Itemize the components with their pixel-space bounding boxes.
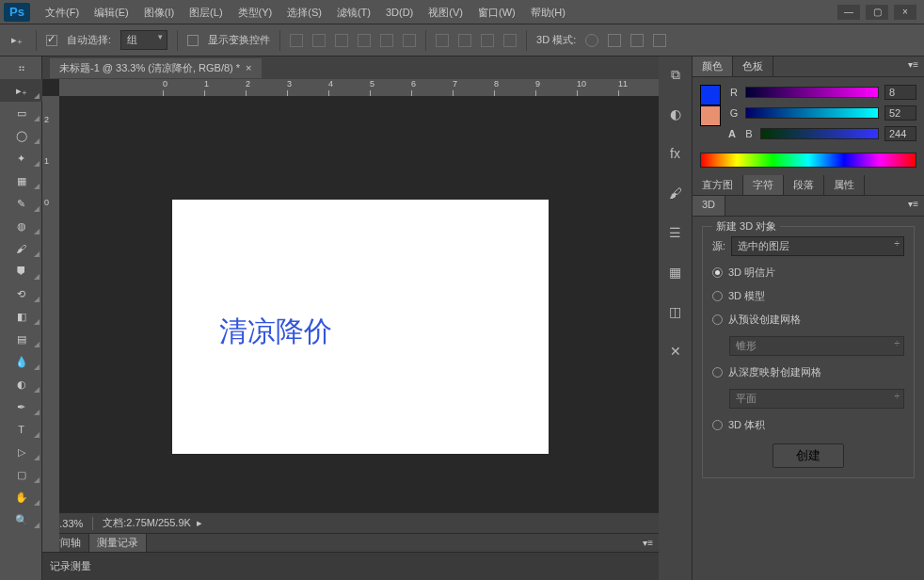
lasso-tool[interactable]: ◯ <box>0 124 42 147</box>
toolbar-handle[interactable]: ⠶ <box>0 56 42 79</box>
menu-help[interactable]: 帮助(H) <box>523 0 573 24</box>
slide-icon[interactable] <box>630 34 644 47</box>
tab-swatches[interactable]: 色板 <box>733 56 773 76</box>
close-icon[interactable]: × <box>246 62 251 73</box>
radio-depth-mesh[interactable] <box>712 367 723 378</box>
depth-dropdown[interactable]: 平面 <box>729 389 904 409</box>
adjustments-icon[interactable]: ◐ <box>665 104 686 124</box>
b-label: B <box>743 128 755 139</box>
chevron-right-icon[interactable]: ▸ <box>197 517 202 529</box>
styles-icon[interactable]: fx <box>665 143 686 164</box>
menu-filter[interactable]: 滤镜(T) <box>329 0 378 24</box>
distribute-icons <box>436 34 517 47</box>
menu-select[interactable]: 选择(S) <box>279 0 329 24</box>
g-value[interactable]: 52 <box>884 105 916 121</box>
dodge-tool[interactable]: ◐ <box>0 373 42 395</box>
align-icon[interactable] <box>335 34 348 47</box>
radio-volume[interactable] <box>712 420 723 430</box>
minimize-button[interactable]: — <box>837 5 860 20</box>
tab-properties[interactable]: 属性 <box>824 175 865 195</box>
blur-tool[interactable]: 💧 <box>0 350 42 373</box>
auto-select-dropdown[interactable]: 组 <box>120 30 167 50</box>
create-button[interactable]: 创建 <box>773 443 844 468</box>
scale-icon[interactable] <box>653 34 666 47</box>
wand-tool[interactable]: ✦ <box>0 147 42 169</box>
align-icon[interactable] <box>403 34 416 47</box>
close-button[interactable]: × <box>894 5 916 20</box>
menu-edit[interactable]: 编辑(E) <box>87 0 136 24</box>
panel-menu-icon[interactable]: ▾≡ <box>902 196 924 216</box>
panel-menu-icon[interactable]: ▾≡ <box>637 535 659 551</box>
menu-layer[interactable]: 图层(L) <box>182 0 230 24</box>
eraser-tool[interactable]: ◧ <box>0 305 42 328</box>
show-transform-checkbox[interactable] <box>187 35 199 46</box>
menu-3d[interactable]: 3D(D) <box>378 0 421 24</box>
path-select-tool[interactable]: ▷ <box>0 441 42 463</box>
radio-preset-mesh[interactable] <box>712 314 723 325</box>
crop-tool[interactable]: ▦ <box>0 169 42 192</box>
align-icon[interactable] <box>358 34 371 47</box>
distribute-icon[interactable] <box>503 34 517 47</box>
brushes-icon[interactable]: 🖌 <box>665 183 686 203</box>
preset-dropdown[interactable]: 锥形 <box>729 336 904 356</box>
align-icon[interactable] <box>380 34 393 47</box>
brush-tool[interactable]: 🖌 <box>0 237 42 260</box>
distribute-icon[interactable] <box>481 34 494 47</box>
align-icon[interactable] <box>312 34 326 47</box>
marquee-tool[interactable]: ▭ <box>0 102 42 124</box>
tab-measurement[interactable]: 测量记录 <box>89 534 147 552</box>
menu-view[interactable]: 视图(V) <box>421 0 470 24</box>
tab-paragraph[interactable]: 段落 <box>784 175 824 195</box>
type-tool[interactable]: T <box>0 418 42 441</box>
gradient-tool[interactable]: ▤ <box>0 328 42 350</box>
window-controls: — ▢ × <box>837 5 924 20</box>
stamp-tool[interactable]: ⛊ <box>0 260 42 282</box>
tab-color[interactable]: 颜色 <box>693 56 733 76</box>
foreground-swatch[interactable] <box>700 85 721 105</box>
spectrum-ramp[interactable] <box>700 153 916 168</box>
background-swatch[interactable] <box>700 105 721 126</box>
eyedropper-tool[interactable]: ✎ <box>0 192 42 215</box>
orbit-icon[interactable] <box>585 34 598 47</box>
pan-icon[interactable] <box>608 34 621 47</box>
distribute-icon[interactable] <box>436 34 449 47</box>
channels-icon[interactable]: ▦ <box>665 262 686 282</box>
canvas[interactable]: 清凉降价 <box>172 200 549 454</box>
paths-icon[interactable]: ◫ <box>665 301 686 322</box>
b-slider[interactable] <box>760 128 879 139</box>
radio-model[interactable] <box>712 291 723 301</box>
source-dropdown[interactable]: 选中的图层 <box>731 236 904 256</box>
panel-menu-icon[interactable]: ▾≡ <box>902 56 924 76</box>
b-value[interactable]: 244 <box>884 126 916 141</box>
shape-tool[interactable]: ▢ <box>0 463 42 486</box>
history-brush-tool[interactable]: ⟲ <box>0 282 42 305</box>
r-slider[interactable] <box>745 87 879 98</box>
canvas-text-layer[interactable]: 清凉降价 <box>219 313 332 351</box>
menu-window[interactable]: 窗口(W) <box>470 0 523 24</box>
history-icon[interactable]: ⧉ <box>665 64 686 85</box>
g-slider[interactable] <box>745 107 879 119</box>
pen-tool[interactable]: ✒ <box>0 395 42 418</box>
tab-character[interactable]: 字符 <box>743 175 784 195</box>
canvas-viewport[interactable]: 清凉降价 <box>59 96 659 512</box>
maximize-button[interactable]: ▢ <box>866 5 888 20</box>
move-tool[interactable]: ▸₊ <box>0 79 42 102</box>
align-icon[interactable] <box>290 34 303 47</box>
auto-select-checkbox[interactable] <box>46 35 57 46</box>
record-measurement-label[interactable]: 记录测量 <box>50 559 91 573</box>
patch-tool[interactable]: ◍ <box>0 215 42 237</box>
menu-image[interactable]: 图像(I) <box>136 0 182 24</box>
r-value[interactable]: 8 <box>884 85 916 100</box>
menu-type[interactable]: 类型(Y) <box>231 0 280 24</box>
zoom-tool[interactable]: 🔍 <box>0 508 42 531</box>
color-swatches[interactable] <box>700 85 721 147</box>
radio-postcard[interactable] <box>712 267 723 278</box>
menu-file[interactable]: 文件(F) <box>38 0 87 24</box>
tab-histogram[interactable]: 直方图 <box>693 175 743 195</box>
layers-icon[interactable]: ☰ <box>665 222 686 243</box>
tools-icon[interactable]: ✕ <box>665 341 686 362</box>
hand-tool[interactable]: ✋ <box>0 486 42 508</box>
tab-3d[interactable]: 3D <box>693 196 725 216</box>
distribute-icon[interactable] <box>458 34 471 47</box>
document-tab[interactable]: 未标题-1 @ 33.3% (清凉降价, RGB/8) * × <box>50 58 262 78</box>
